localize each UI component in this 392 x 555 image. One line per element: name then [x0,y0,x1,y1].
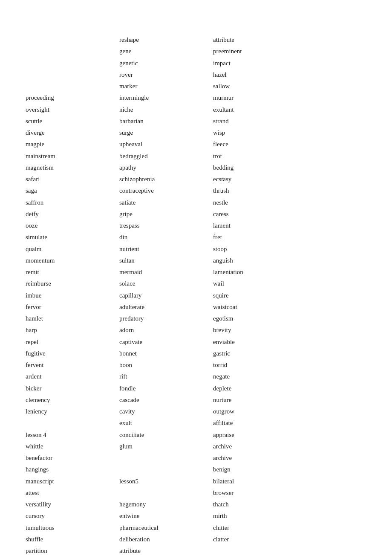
list-item: tumultuous [26,522,119,534]
list-item: adulterate [119,301,213,313]
list-item: bedraggled [119,150,213,162]
list-item: conciliate [119,429,213,441]
list-item: fugitive [26,348,119,359]
list-item: benefactor [26,452,119,464]
list-item: stoop [213,243,307,255]
list-item: deliberation [119,534,213,545]
list-item: affiliate [213,417,307,429]
list-item: whittle [26,441,119,452]
list-item: shuffle [26,534,119,545]
list-item: thrush [213,185,307,197]
list-item: deplete [213,383,307,394]
list-item: momentum [26,255,119,266]
list-item: hamlet [26,313,119,324]
list-item: upheaval [119,139,213,150]
list-item: capillary [119,290,213,301]
list-item: mermaid [119,266,213,278]
list-item: manuscript [26,476,119,487]
list-item: sultan [119,255,213,266]
list-item: remit [26,266,119,278]
list-item: diverge [26,127,119,139]
list-item: hazel [213,69,307,81]
list-item: brevity [213,324,307,336]
list-item: murmur [213,92,307,104]
list-item: predatory [119,313,213,324]
list-item: waistcoat [213,301,307,313]
word-grid: reshapeattribute genepreeminent genetici… [26,34,366,555]
list-item: exultant [213,104,307,116]
list-item: apathy [119,162,213,173]
list-item: trespass [119,220,213,231]
list-item: lesson5 [119,476,213,487]
list-item: exult [119,417,213,429]
list-item: torrid [213,359,307,371]
list-item: cavity [119,406,213,417]
list-item: outgrow [213,406,307,417]
list-item: glum [119,441,213,452]
list-item: strand [213,116,307,127]
list-item: hegemony [119,499,213,510]
list-item: attribute [119,545,213,555]
list-item: contraceptive [119,185,213,197]
list-item: scuttle [26,116,119,127]
list-item: versatility [26,499,119,510]
list-item: mainstream [26,150,119,162]
list-item: gastric [213,348,307,359]
list-item: browser [213,487,307,499]
list-item: nutrient [119,243,213,255]
list-item: impact [213,58,307,69]
list-item: cascade [119,394,213,406]
list-item: partition [26,545,119,555]
list-item: qualm [26,243,119,255]
list-item: fervor [26,301,119,313]
list-item: wisp [213,127,307,139]
list-item: egotism [213,313,307,324]
list-item: enviable [213,336,307,348]
list-item: benign [213,464,307,475]
list-item: imbue [26,290,119,301]
list-item: oversight [26,104,119,116]
list-item: deify [26,208,119,220]
list-item: proceeding [26,92,119,104]
list-item: gene [119,46,213,57]
list-item: squire [213,290,307,301]
list-item: hangings [26,464,119,475]
list-item: nestle [213,197,307,208]
list-item: surge [119,127,213,139]
list-item: archive [213,441,307,452]
list-item: rift [119,371,213,382]
list-item: din [119,231,213,243]
list-item: thatch [213,499,307,510]
list-item: negate [213,371,307,382]
list-item: leniency [26,406,119,417]
list-item: attribute [213,34,307,46]
list-item: mirth [213,510,307,522]
list-item: bonnet [119,348,213,359]
list-item: niche [119,104,213,116]
list-item: ecstasy [213,173,307,185]
list-item: lamentation [213,266,307,278]
list-item: gripe [119,208,213,220]
list-item: clutter [213,522,307,534]
list-item: reimburse [26,278,119,289]
list-item: lament [213,220,307,231]
list-item: clatter [213,534,307,545]
list-item: sallow [213,81,307,92]
list-item: fleece [213,139,307,150]
list-item: satiate [119,197,213,208]
list-item: schizophrenia [119,173,213,185]
list-item: caress [213,208,307,220]
list-item: safari [26,173,119,185]
list-item: trot [213,150,307,162]
list-item: anguish [213,255,307,266]
list-item: repel [26,336,119,348]
list-item: solace [119,278,213,289]
list-item: nurture [213,394,307,406]
list-item: fervent [26,359,119,371]
list-item: lesson 4 [26,429,119,441]
list-item: preeminent [213,46,307,57]
list-item: reshape [119,34,213,46]
list-item: fret [213,231,307,243]
list-item: appraise [213,429,307,441]
list-item: clemency [26,394,119,406]
